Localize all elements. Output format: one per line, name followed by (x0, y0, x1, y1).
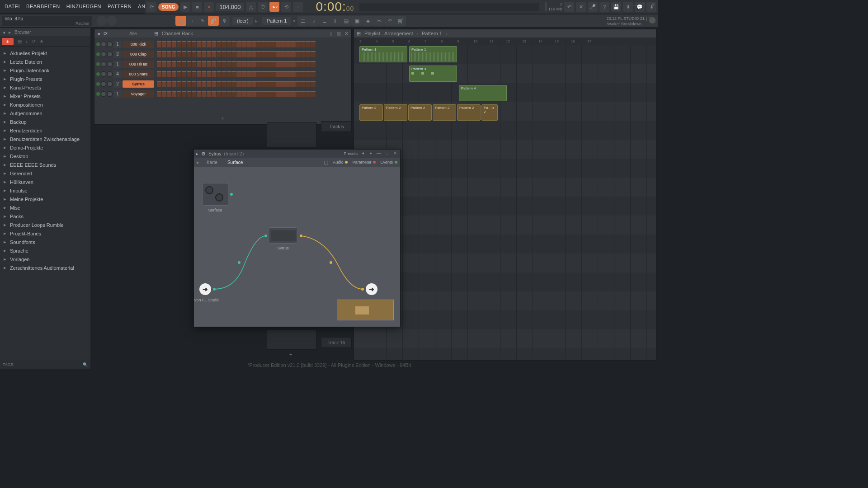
step[interactable] (212, 81, 216, 87)
step[interactable] (162, 91, 166, 97)
step[interactable] (217, 91, 221, 97)
browser-refresh-icon[interactable]: ⟳ (32, 38, 36, 44)
step[interactable] (281, 41, 286, 47)
clip-pattern4[interactable]: Pattern 4 (459, 85, 507, 101)
step[interactable] (222, 81, 226, 87)
channel-number[interactable]: 1 (113, 90, 122, 98)
step[interactable] (276, 91, 281, 97)
menu-bearbeiten[interactable]: BEARBEITEN (24, 2, 63, 11)
step[interactable] (222, 61, 226, 67)
step[interactable] (231, 81, 236, 87)
step[interactable] (187, 41, 191, 47)
step[interactable] (231, 51, 236, 57)
surface-knob1[interactable] (205, 186, 213, 194)
sytrus-out-port[interactable] (300, 235, 302, 237)
maximize-button[interactable]: □ (642, 2, 647, 7)
tab-surface[interactable]: Surface (225, 159, 245, 166)
step[interactable] (202, 71, 206, 77)
channel-name[interactable]: 808 Kick (123, 41, 154, 48)
knife-icon[interactable]: ✂ (373, 16, 384, 26)
minimize-button[interactable]: — (633, 2, 638, 7)
step[interactable] (222, 71, 226, 77)
globe-icon[interactable] (649, 17, 656, 23)
sytrus-in-port[interactable] (264, 235, 267, 237)
input-out-port[interactable] (213, 288, 216, 291)
step[interactable] (236, 81, 241, 87)
channel-vol-knob[interactable] (107, 81, 113, 87)
step[interactable] (197, 91, 201, 97)
step[interactable] (266, 41, 271, 47)
step[interactable] (197, 41, 201, 47)
step[interactable] (187, 61, 191, 67)
step[interactable] (192, 71, 196, 77)
step[interactable] (286, 61, 291, 67)
step[interactable] (291, 81, 296, 87)
preset-next-icon[interactable]: ▸ (368, 150, 374, 157)
time-display[interactable]: 0:00:00 (316, 0, 354, 14)
overdub-icon[interactable]: 3▸2 (269, 2, 279, 12)
step[interactable] (231, 61, 236, 67)
channel-vol-knob[interactable] (107, 71, 113, 77)
step[interactable] (311, 91, 316, 97)
step[interactable] (266, 61, 271, 67)
surface-out-port[interactable] (230, 193, 233, 196)
step[interactable] (306, 91, 311, 97)
tempo-display[interactable]: 104.000 (216, 3, 244, 11)
gear-icon[interactable]: ⚙ (201, 151, 206, 157)
step[interactable] (266, 71, 271, 77)
step[interactable] (281, 51, 286, 57)
step[interactable] (256, 51, 261, 57)
step[interactable] (177, 91, 181, 97)
step[interactable] (246, 81, 251, 87)
step[interactable] (222, 41, 226, 47)
step[interactable] (192, 41, 196, 47)
step[interactable] (256, 41, 261, 47)
step[interactable] (182, 71, 186, 77)
step[interactable] (296, 71, 301, 77)
step[interactable] (231, 71, 236, 77)
output-node[interactable]: ➜ (366, 283, 377, 295)
playlist-icon[interactable]: ☰ (297, 16, 308, 26)
pl-menu-icon[interactable]: ⊞ (357, 31, 361, 37)
step[interactable] (172, 51, 176, 57)
arrow-icon[interactable]: → (186, 16, 197, 26)
play-button[interactable]: ▶ (180, 2, 190, 12)
step[interactable] (197, 61, 201, 67)
step[interactable] (202, 81, 206, 87)
step[interactable] (226, 51, 231, 57)
step[interactable] (217, 71, 221, 77)
minimap[interactable] (337, 300, 394, 320)
collapse-icon[interactable]: ◂ (3, 30, 5, 35)
stop-button[interactable]: ■ (192, 2, 202, 12)
step[interactable] (281, 91, 286, 97)
step[interactable] (301, 51, 306, 57)
channel-number[interactable]: 2 (113, 80, 122, 88)
plugin-close-icon[interactable]: ✕ (392, 150, 398, 157)
export-icon[interactable]: ⬇ (623, 2, 633, 12)
step[interactable] (177, 61, 181, 67)
step[interactable] (311, 61, 316, 67)
browser-audio-icon[interactable]: ♪ (25, 39, 28, 44)
knob2[interactable] (107, 16, 117, 26)
knob1[interactable] (97, 16, 107, 26)
cr-close-icon[interactable]: ✕ (344, 31, 349, 37)
step[interactable] (281, 61, 286, 67)
clip-pattern1[interactable]: Pattern 1 (409, 46, 457, 62)
tree-item[interactable]: Misc (0, 203, 90, 212)
input-node[interactable]: ➜ (199, 283, 211, 295)
step[interactable] (182, 61, 186, 67)
step[interactable] (241, 51, 246, 57)
step[interactable] (197, 71, 201, 77)
step[interactable] (207, 71, 211, 77)
step[interactable] (296, 51, 301, 57)
clip-pattern2[interactable]: Pattern 2 (359, 104, 383, 121)
step[interactable] (241, 91, 246, 97)
tree-item[interactable]: Backup (0, 117, 90, 126)
step[interactable] (256, 91, 261, 97)
step[interactable] (162, 51, 166, 57)
step[interactable] (212, 71, 216, 77)
search-icon[interactable]: 🔍 (83, 362, 88, 367)
step[interactable] (192, 61, 196, 67)
step[interactable] (217, 41, 221, 47)
step[interactable] (306, 71, 311, 77)
